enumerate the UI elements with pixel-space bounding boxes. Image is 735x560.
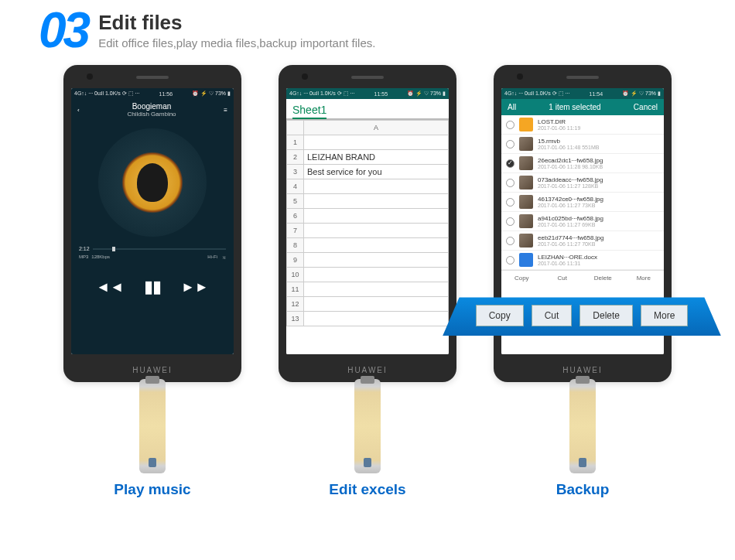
prev-icon[interactable]: ◄◄ <box>96 279 124 295</box>
file-name: 4613742ce0···fw658.jpg <box>538 196 603 203</box>
status-bar: 4G↑↓ ··· 0uᵢll 1.0K/s ⟳ ⬚ ···11:54⏰ ⚡ ♡ … <box>501 88 664 99</box>
phone-caption: Edit excels <box>329 481 405 498</box>
phone-caption: Play music <box>114 481 190 498</box>
file-thumb <box>519 234 533 248</box>
file-item[interactable]: 15.rmvb2017-01-06 11:48 551MB <box>501 135 664 154</box>
selection-header: All 1 item selected Cancel <box>501 99 664 115</box>
toolbar-delete[interactable]: Delete <box>583 271 624 285</box>
file-meta: 2017-01-06 11:28 98.10KB <box>538 164 603 170</box>
file-item[interactable]: a941c025bd···fw658.jpg2017-01-06 11:27 6… <box>501 212 664 231</box>
radio-icon[interactable] <box>506 237 514 245</box>
status-bar: 4G↑↓ ··· 0uᵢll 1.0K/s ⟳ ⬚ ···11:55⏰ ⚡ ♡ … <box>286 88 449 99</box>
file-meta: 2017-01-06 11:27 128KB <box>538 183 603 190</box>
file-name: 073addeacc···fw658.jpg <box>538 176 603 183</box>
file-meta: 2017-01-06 11:27 69KB <box>538 222 603 228</box>
queue-icon[interactable]: ≡ <box>224 107 227 114</box>
back-icon[interactable]: ‹ <box>77 107 80 114</box>
toolbar-more[interactable]: More <box>624 271 665 285</box>
file-thumb <box>519 214 533 228</box>
sheet-tab[interactable]: Sheet1 <box>286 99 449 120</box>
next-icon[interactable]: ►► <box>181 279 209 295</box>
file-item[interactable]: LOST.DIR2017-01-06 11:19 <box>501 115 664 135</box>
radio-icon[interactable] <box>506 198 514 207</box>
file-name: LEIZHAN···ORE.docx <box>538 254 597 261</box>
context-toolbar: CopyCutDeleteMore <box>443 297 721 336</box>
file-item[interactable]: 26ecad2dc1···fw658.jpg2017-01-06 11:28 9… <box>501 154 664 173</box>
song-artist: Childish Gambino <box>127 111 176 118</box>
file-meta: 2017-01-06 11:27 70KB <box>538 241 603 248</box>
file-item[interactable]: LEIZHAN···ORE.docx2017-01-06 11:31 <box>501 251 664 270</box>
scrubber[interactable]: 2:12 <box>71 244 234 253</box>
float-copy-button[interactable]: Copy <box>476 305 524 326</box>
status-bar: 4G↑↓ ··· 0uᵢll 1.0K/s ⟳ ⬚ ···11:56⏰ ⚡ ♡ … <box>71 88 234 99</box>
cancel-button[interactable]: Cancel <box>634 103 658 111</box>
phone-mockup-excel: 4G↑↓ ··· 0uᵢll 1.0K/s ⟳ ⬚ ···11:55⏰ ⚡ ♡ … <box>279 65 456 382</box>
album-art <box>98 128 207 237</box>
file-item[interactable]: eeb21d7744···fw658.jpg2017-01-06 11:27 7… <box>501 231 664 251</box>
radio-icon[interactable] <box>506 179 514 187</box>
radio-icon[interactable] <box>506 140 514 149</box>
radio-icon[interactable] <box>506 217 514 226</box>
phone-mockup-music: 4G↑↓ ··· 0uᵢll 1.0K/s ⟳ ⬚ ···11:56⏰ ⚡ ♡ … <box>63 65 241 382</box>
file-thumb <box>519 118 533 131</box>
usb-drive <box>569 379 596 473</box>
file-thumb <box>519 156 533 170</box>
file-item[interactable]: 073addeacc···fw658.jpg2017-01-06 11:27 1… <box>501 173 664 193</box>
float-delete-button[interactable]: Delete <box>579 305 633 326</box>
select-all-button[interactable]: All <box>508 103 516 111</box>
float-cut-button[interactable]: Cut <box>532 305 573 326</box>
file-meta: 2017-01-06 11:31 <box>538 261 597 267</box>
radio-icon[interactable] <box>506 256 514 265</box>
file-thumb <box>519 137 533 151</box>
section-number: 03 <box>39 9 87 51</box>
section-title: Edit files <box>98 11 375 35</box>
file-name: eeb21d7744···fw658.jpg <box>538 234 603 241</box>
toolbar-copy[interactable]: Copy <box>501 271 542 285</box>
phone-caption: Backup <box>556 481 610 498</box>
spreadsheet-grid[interactable]: A12LEIZHAN BRAND3Best service for you456… <box>286 120 449 326</box>
file-meta: 2017-01-06 11:48 551MB <box>538 145 599 151</box>
usb-drive <box>354 379 381 473</box>
selection-count: 1 item selected <box>549 103 600 111</box>
file-name: a941c025bd···fw658.jpg <box>538 215 603 222</box>
file-name: 15.rmvb <box>538 138 599 145</box>
radio-icon[interactable] <box>506 159 514 168</box>
file-item[interactable]: 4613742ce0···fw658.jpg2017-01-06 11:27 7… <box>501 193 664 212</box>
section-header: 03 Edit files Edit office files,play med… <box>0 0 735 57</box>
file-thumb <box>519 176 533 190</box>
shuffle-icon[interactable]: ⤮ <box>222 254 226 260</box>
file-meta: 2017-01-06 11:27 73KB <box>538 203 603 209</box>
file-thumb <box>519 195 533 209</box>
file-meta: 2017-01-06 11:19 <box>538 125 580 131</box>
toolbar-cut[interactable]: Cut <box>542 271 583 285</box>
section-subtitle: Edit office files,play media files,backu… <box>98 36 375 50</box>
file-name: LOST.DIR <box>538 118 580 125</box>
pause-icon[interactable]: ▮▮ <box>144 277 161 297</box>
file-name: 26ecad2dc1···fw658.jpg <box>538 157 603 164</box>
song-title: Boogieman <box>127 102 176 111</box>
file-thumb <box>519 253 533 267</box>
float-more-button[interactable]: More <box>641 305 688 326</box>
usb-drive <box>139 379 166 473</box>
radio-icon[interactable] <box>506 121 514 129</box>
